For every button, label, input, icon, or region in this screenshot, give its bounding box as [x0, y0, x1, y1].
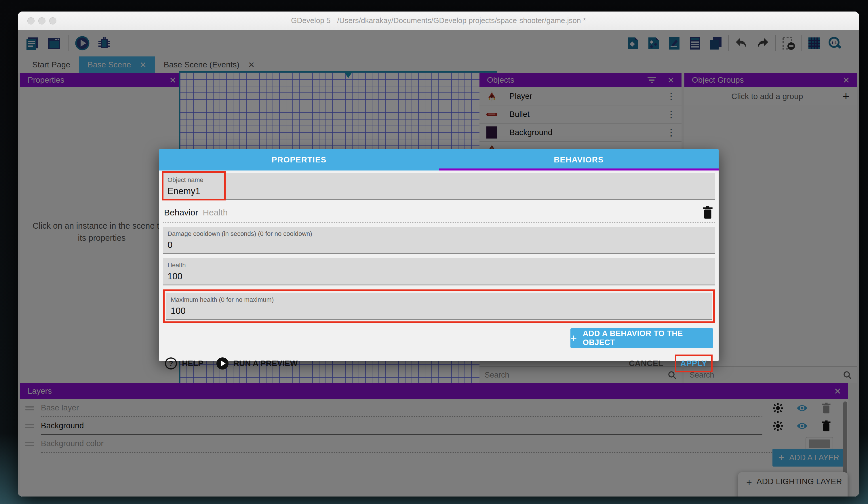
highlight-box-max-health: Maximum health (0 for no maximum) 100: [163, 290, 715, 323]
behavior-name-input[interactable]: Health: [203, 208, 228, 218]
play-icon: [216, 357, 229, 370]
apply-button[interactable]: APPLY: [680, 359, 707, 368]
tab-properties[interactable]: PROPERTIES: [159, 149, 439, 171]
damage-cooldown-field[interactable]: Damage cooldown (in seconds) (0 for no c…: [163, 226, 715, 254]
health-field[interactable]: Health 100: [163, 258, 715, 285]
cancel-button[interactable]: CANCEL: [629, 359, 663, 368]
object-editor-dialog: PROPERTIES BEHAVIORS Object name Enemy1 …: [159, 149, 719, 361]
window-title: GDevelop 5 - /Users/dkarakay/Documents/G…: [18, 11, 859, 29]
maximize-button[interactable]: [49, 17, 56, 24]
highlight-box-object-name: [162, 171, 226, 200]
behavior-header-row: Behavior Health: [163, 205, 715, 223]
svg-text:?: ?: [169, 360, 173, 367]
add-behavior-button[interactable]: + ADD A BEHAVIOR TO THE OBJECT: [570, 328, 713, 348]
help-icon: ?: [165, 357, 177, 370]
object-name-field[interactable]: Object name Enemy1: [163, 173, 715, 200]
active-tab-underline: [439, 169, 719, 171]
titlebar: GDevelop 5 - /Users/dkarakay/Documents/G…: [18, 11, 859, 30]
close-button[interactable]: [27, 17, 34, 24]
object-name-value: Enemy1: [167, 186, 710, 196]
tab-behaviors[interactable]: BEHAVIORS: [439, 149, 719, 171]
app-content: 1:1 Start Page Base Scene ✕ Base Scene (…: [18, 30, 859, 496]
dialog-footer: ? HELP RUN A PREVIEW CANCEL APPLY: [163, 354, 715, 373]
object-name-label: Object name: [167, 176, 710, 184]
delete-behavior-button[interactable]: [702, 206, 713, 220]
run-preview-button[interactable]: RUN A PREVIEW: [216, 357, 298, 370]
app-window: GDevelop 5 - /Users/dkarakay/Documents/G…: [18, 11, 859, 496]
object-editor-tabs: PROPERTIES BEHAVIORS: [159, 149, 719, 171]
plus-icon: +: [570, 332, 577, 344]
trash-icon: [702, 206, 713, 219]
minimize-button[interactable]: [38, 17, 45, 24]
max-health-field[interactable]: Maximum health (0 for no maximum) 100: [166, 293, 712, 320]
help-button[interactable]: ? HELP: [165, 357, 204, 370]
behavior-label: Behavior: [164, 208, 198, 218]
highlight-box-apply: APPLY: [675, 354, 713, 372]
